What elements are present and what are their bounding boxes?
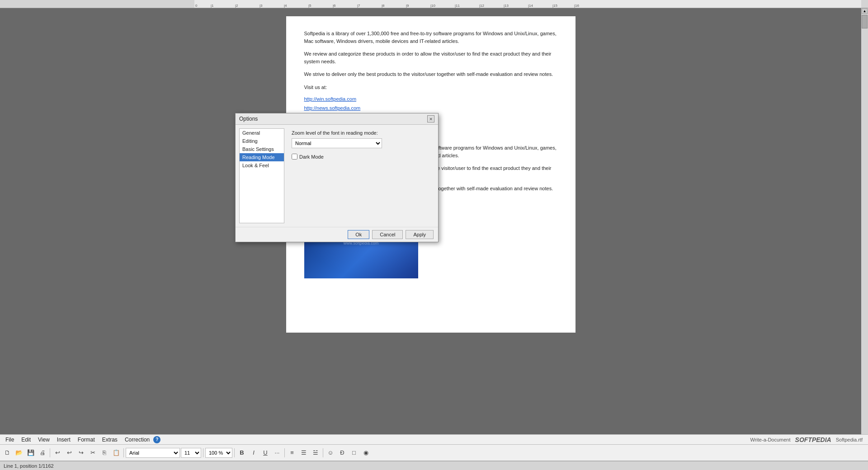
more-button[interactable]: ··· bbox=[272, 447, 283, 458]
ruler-mark-3: |3 bbox=[259, 4, 263, 8]
menu-insert[interactable]: Insert bbox=[53, 436, 74, 444]
options-reading-mode[interactable]: Reading Mode bbox=[240, 153, 284, 161]
file-name: Softpedia.rtf bbox=[836, 437, 863, 442]
align-right-button[interactable]: ☱ bbox=[310, 447, 321, 458]
paragraph-3: We strive to deliver only the best produ… bbox=[304, 70, 557, 78]
options-list: General Editing Basic Settings Reading M… bbox=[239, 128, 284, 223]
ruler-mark-7: |7 bbox=[357, 4, 360, 8]
scroll-thumb[interactable] bbox=[862, 15, 868, 28]
special2-button[interactable]: □ bbox=[349, 447, 359, 458]
smiley-button[interactable]: ☺ bbox=[325, 447, 336, 458]
vertical-scrollbar[interactable]: ▲ ▼ bbox=[861, 8, 868, 444]
sep-4 bbox=[234, 448, 235, 457]
menu-correction[interactable]: Correction bbox=[121, 436, 153, 444]
paste-button[interactable]: 📋 bbox=[111, 447, 122, 458]
underline-button[interactable]: U bbox=[260, 447, 271, 458]
special3-button[interactable]: ◉ bbox=[360, 447, 371, 458]
sep-5 bbox=[284, 448, 285, 457]
dialog-title: Options bbox=[239, 116, 258, 122]
cancel-button[interactable]: Cancel bbox=[372, 230, 403, 239]
menu-format[interactable]: Format bbox=[74, 436, 99, 444]
ruler-mark-16: |16 bbox=[574, 4, 579, 8]
ok-button[interactable]: Ok bbox=[348, 230, 369, 239]
dialog-titlebar: Options ✕ bbox=[236, 113, 438, 125]
print-button[interactable]: 🖨 bbox=[37, 447, 48, 458]
ruler-mark-6: |6 bbox=[333, 4, 336, 8]
sep-1 bbox=[50, 448, 50, 457]
cut-button[interactable]: ✂ bbox=[87, 447, 98, 458]
menu-view[interactable]: View bbox=[34, 436, 53, 444]
zoom-select[interactable]: Normal Large Largest bbox=[292, 138, 382, 148]
dark-mode-label: Dark Mode bbox=[299, 154, 324, 160]
options-basic-settings[interactable]: Basic Settings bbox=[240, 145, 284, 153]
ruler-mark-5: |5 bbox=[308, 4, 311, 8]
menu-edit[interactable]: Edit bbox=[18, 436, 34, 444]
zoom-label: Zoom level of the font in reading mode: bbox=[292, 130, 431, 136]
link-2[interactable]: http://news.softpedia.com bbox=[304, 105, 557, 111]
help-button[interactable]: ? bbox=[153, 436, 160, 443]
new-button[interactable]: 🗋 bbox=[2, 447, 13, 458]
open-button[interactable]: 📂 bbox=[14, 447, 24, 458]
ruler-mark-1: |1 bbox=[211, 4, 214, 8]
menubar: File Edit View Insert Format Extras Corr… bbox=[0, 434, 868, 444]
ruler-mark-4: |4 bbox=[284, 4, 287, 8]
zoom-selector[interactable]: 100 % bbox=[205, 448, 232, 458]
toolbar: 🗋 📂 💾 🖨 ↩ ↩ ↪ ✂ ⎘ 📋 Arial 11 100 % B I U… bbox=[0, 444, 868, 461]
font-selector[interactable]: Arial bbox=[126, 448, 180, 458]
paragraph-1: Softpedia is a library of over 1,300,000… bbox=[304, 30, 557, 45]
options-editing[interactable]: Editing bbox=[240, 137, 284, 145]
dark-mode-checkbox[interactable] bbox=[292, 154, 297, 160]
visit-text: Visit us at: bbox=[304, 84, 557, 91]
ruler-mark-15: |15 bbox=[552, 4, 557, 8]
undo2-button[interactable]: ↩ bbox=[64, 447, 75, 458]
ruler-mark-14: |14 bbox=[528, 4, 533, 8]
ruler-mark-9: |9 bbox=[406, 4, 409, 8]
ruler-mark-12: |12 bbox=[479, 4, 484, 8]
dark-mode-row: Dark Mode bbox=[292, 154, 431, 160]
save-button[interactable]: 💾 bbox=[25, 447, 36, 458]
apply-button[interactable]: Apply bbox=[406, 230, 434, 239]
link-1[interactable]: http://win.softpedia.com bbox=[304, 96, 557, 102]
paragraph-2: We review and categorize these products … bbox=[304, 50, 557, 65]
sep-6 bbox=[323, 448, 323, 457]
menu-extras[interactable]: Extras bbox=[99, 436, 121, 444]
dialog-footer: Ok Cancel Apply bbox=[236, 227, 438, 242]
copy-button[interactable]: ⎘ bbox=[99, 447, 110, 458]
dialog-content-panel: Zoom level of the font in reading mode: … bbox=[288, 128, 434, 223]
status-bar: Line 1, position 1/1162 bbox=[0, 461, 868, 470]
ruler-mark-13: |13 bbox=[504, 4, 509, 8]
ruler: 0 |1 |2 |3 |4 |5 |6 |7 |8 |9 |10 |11 |12… bbox=[0, 0, 868, 8]
ruler-mark-0: 0 bbox=[195, 4, 197, 8]
align-center-button[interactable]: ☰ bbox=[298, 447, 309, 458]
sep-2 bbox=[123, 448, 124, 457]
scroll-up-arrow[interactable]: ▲ bbox=[862, 8, 868, 14]
font-size-selector[interactable]: 11 bbox=[181, 448, 201, 458]
ruler-mark-2: |2 bbox=[235, 4, 238, 8]
status-text: Line 1, position 1/1162 bbox=[4, 463, 54, 469]
app-name: Write-a-Document bbox=[750, 437, 791, 442]
ruler-mark-11: |11 bbox=[455, 4, 460, 8]
italic-button[interactable]: I bbox=[248, 447, 259, 458]
undo-button[interactable]: ↩ bbox=[52, 447, 63, 458]
align-left-button[interactable]: ≡ bbox=[287, 447, 297, 458]
ruler-mark-10: |10 bbox=[430, 4, 435, 8]
sep-3 bbox=[203, 448, 203, 457]
menu-file[interactable]: File bbox=[2, 436, 18, 444]
ruler-mark-8: |8 bbox=[382, 4, 385, 8]
dialog-body: General Editing Basic Settings Reading M… bbox=[236, 125, 438, 227]
options-dialog: Options ✕ General Editing Basic Settings… bbox=[235, 113, 439, 242]
bold-button[interactable]: B bbox=[236, 447, 247, 458]
brand-name: SOFTPEDIA bbox=[795, 436, 831, 443]
options-look-feel[interactable]: Look & Feel bbox=[240, 161, 284, 169]
options-general[interactable]: General bbox=[240, 129, 284, 137]
redo-button[interactable]: ↪ bbox=[75, 447, 86, 458]
special1-button[interactable]: Ð bbox=[337, 447, 348, 458]
dialog-close-button[interactable]: ✕ bbox=[427, 115, 434, 122]
